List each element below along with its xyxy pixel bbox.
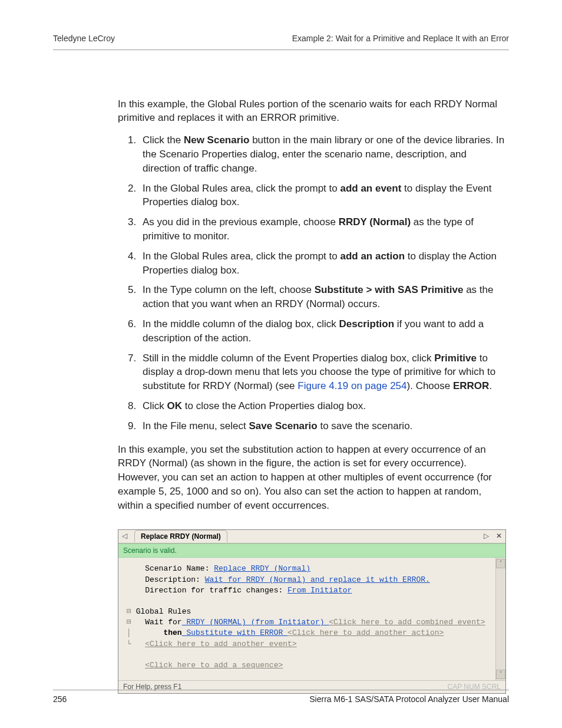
add-sequence-prompt[interactable]: <Click here to add a sequence> [145, 661, 283, 670]
tree-collapse-icon[interactable]: ⊟ [127, 618, 145, 627]
editor-wrap: Scenario Name: Replace RRDY (Normal) Des… [118, 558, 505, 680]
add-another-action-prompt[interactable]: <Click here to add another action> [287, 628, 444, 637]
tab-scroll-left-icon[interactable]: ◁ [118, 531, 131, 541]
direction-link[interactable]: From Initiator [287, 586, 352, 595]
add-combined-event-prompt[interactable]: <Click here to add combined event> [329, 618, 485, 627]
step-9: In the File menu, select Save Scenario t… [139, 419, 506, 433]
wait-event-link[interactable]: RRDY (NORMAL) (from Initiator) [182, 618, 329, 627]
closing-paragraph: In this example, you set the substitutio… [118, 443, 506, 513]
tree-collapse-icon[interactable]: ⊟ [127, 607, 136, 616]
tab-close-icon[interactable]: ✕ [492, 531, 505, 541]
description-label: Description: [145, 575, 204, 584]
running-head: Teledyne LeCroy Example 2: Wait for a Pr… [53, 33, 509, 50]
step-4: In the Global Rules area, click the prom… [139, 249, 506, 278]
intro-paragraph: In this example, the Global Rules portio… [118, 97, 506, 126]
description-link[interactable]: Wait for RRDY (Normal) and replace it wi… [205, 575, 430, 584]
step-5: In the Type column on the left, choose S… [139, 283, 506, 311]
tab-scroll-right-icon[interactable]: ▷ [480, 531, 492, 541]
tab-bar: ◁ Replace RRDY (Normal) ▷ ✕ [118, 530, 505, 543]
vertical-scrollbar[interactable]: ˄ ˅ [495, 558, 505, 680]
scenario-name-link[interactable]: Replace RRDY (Normal) [214, 564, 310, 573]
step-7: Still in the middle column of the Event … [139, 351, 506, 393]
step-2: In the Global Rules area, click the prom… [139, 182, 506, 210]
scenario-editor-figure: ◁ Replace RRDY (Normal) ▷ ✕ Scenario is … [118, 529, 506, 694]
runhead-left: Teledyne LeCroy [53, 33, 115, 45]
scroll-down-icon[interactable]: ˅ [496, 670, 505, 679]
scenario-editor: Scenario Name: Replace RRDY (Normal) Des… [118, 558, 495, 680]
runhead-right: Example 2: Wait for a Primitive and Repl… [292, 33, 509, 45]
step-8: Click OK to close the Action Properties … [139, 399, 506, 413]
direction-label: Direction for traffic changes: [145, 586, 287, 595]
page-footer: 256 Sierra M6-1 SAS/SATA Protocol Analyz… [53, 690, 509, 706]
scenario-name-label: Scenario Name: [145, 564, 214, 573]
body-text: In this example, the Global Rules portio… [118, 97, 506, 694]
scenario-valid-status: Scenario is valid. [118, 543, 505, 558]
global-rules-label: Global Rules [136, 607, 191, 616]
tab-replace-rrdy[interactable]: Replace RRDY (Normal) [134, 530, 227, 543]
add-another-event-prompt[interactable]: <Click here to add another event> [145, 640, 296, 648]
step-6: In the middle column of the dialog box, … [139, 317, 506, 345]
figure-cross-reference-link[interactable]: Figure 4.19 on page 254 [297, 380, 406, 391]
step-3: As you did in the previous example, choo… [139, 215, 506, 243]
step-1: Click the New Scenario button in the mai… [139, 133, 506, 175]
page-number: 256 [53, 694, 67, 706]
scroll-up-icon[interactable]: ˄ [496, 559, 505, 568]
steps-list: Click the New Scenario button in the mai… [139, 133, 506, 433]
then-action-link[interactable]: Substitute with ERROR [182, 628, 287, 637]
manual-title: Sierra M6-1 SAS/SATA Protocol Analyzer U… [309, 694, 509, 706]
document-page: Teledyne LeCroy Example 2: Wait for a Pr… [0, 0, 562, 728]
